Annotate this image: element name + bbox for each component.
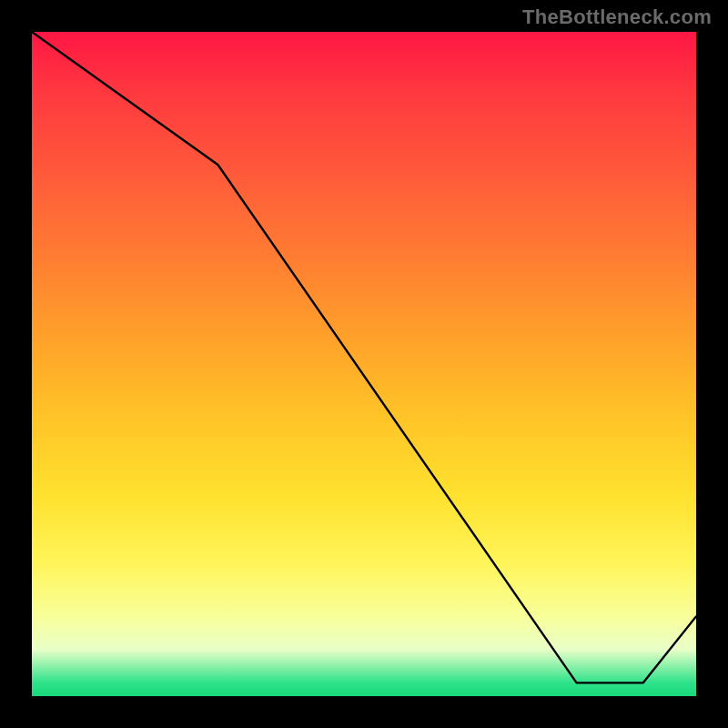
series-line-path <box>32 32 696 682</box>
plot-area <box>32 32 696 696</box>
chart-stage: TheBottleneck.com <box>0 0 728 728</box>
series-line-svg <box>32 32 696 696</box>
watermark-text: TheBottleneck.com <box>522 5 712 29</box>
